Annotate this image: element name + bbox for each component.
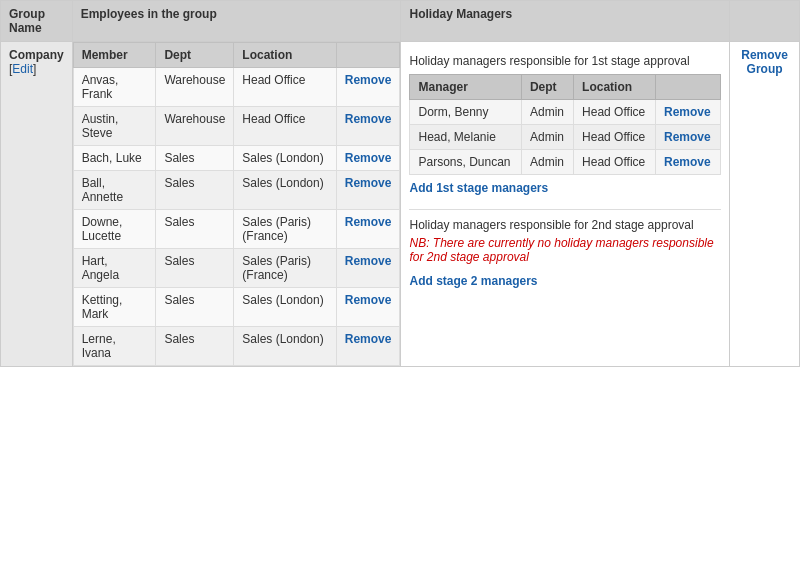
emp-remove[interactable]: Remove: [336, 249, 400, 288]
add-stage1-link[interactable]: Add 1st stage managers: [409, 181, 548, 195]
emp-dept: Warehouse: [156, 107, 234, 146]
mgr-manager: Parsons, Duncan: [410, 150, 521, 175]
edit-link[interactable]: Edit: [12, 62, 33, 76]
table-row: Downe, Lucette Sales Sales (Paris) (Fran…: [73, 210, 400, 249]
company-name: Company: [9, 48, 64, 62]
mgr-col-location: Location: [574, 75, 656, 100]
emp-member: Lerne, Ivana: [73, 327, 156, 366]
table-row: Hart, Angela Sales Sales (Paris) (France…: [73, 249, 400, 288]
emp-col-location: Location: [234, 43, 336, 68]
mgr-col-manager: Manager: [410, 75, 521, 100]
mgr-location: Head Office: [574, 150, 656, 175]
group-name-cell: Company [Edit]: [1, 42, 73, 367]
emp-remove[interactable]: Remove: [336, 146, 400, 171]
stage1-title: Holiday managers responsible for 1st sta…: [409, 54, 721, 68]
emp-location: Sales (Paris) (France): [234, 249, 336, 288]
mgr-manager: Head, Melanie: [410, 125, 521, 150]
table-row: Parsons, Duncan Admin Head Office Remove: [410, 150, 721, 175]
emp-location: Sales (London): [234, 288, 336, 327]
emp-location: Sales (London): [234, 327, 336, 366]
table-row: Head, Melanie Admin Head Office Remove: [410, 125, 721, 150]
remove-group-header: [730, 1, 800, 42]
emp-member: Ketting, Mark: [73, 288, 156, 327]
emp-col-action: [336, 43, 400, 68]
emp-location: Sales (London): [234, 146, 336, 171]
table-row: Austin, Steve Warehouse Head Office Remo…: [73, 107, 400, 146]
emp-remove[interactable]: Remove: [336, 327, 400, 366]
mgr-location: Head Office: [574, 100, 656, 125]
emp-member: Downe, Lucette: [73, 210, 156, 249]
employees-cell: Member Dept Location Anvas, Frank Wareho…: [72, 42, 401, 367]
group-name-header: Group Name: [1, 1, 73, 42]
table-row: Ketting, Mark Sales Sales (London) Remov…: [73, 288, 400, 327]
mgr-location: Head Office: [574, 125, 656, 150]
mgr-dept: Admin: [521, 125, 573, 150]
remove-group-cell: Remove Group: [730, 42, 800, 367]
mgr-dept: Admin: [521, 150, 573, 175]
emp-location: Sales (London): [234, 171, 336, 210]
stage2-title: Holiday managers responsible for 2nd sta…: [409, 218, 721, 232]
mgr-remove[interactable]: Remove: [656, 100, 721, 125]
add-stage2-link[interactable]: Add stage 2 managers: [409, 274, 537, 288]
table-row: Dorm, Benny Admin Head Office Remove: [410, 100, 721, 125]
emp-remove[interactable]: Remove: [336, 210, 400, 249]
table-row: Lerne, Ivana Sales Sales (London) Remove: [73, 327, 400, 366]
emp-dept: Sales: [156, 249, 234, 288]
emp-col-dept: Dept: [156, 43, 234, 68]
table-row: Bach, Luke Sales Sales (London) Remove: [73, 146, 400, 171]
table-row: Ball, Annette Sales Sales (London) Remov…: [73, 171, 400, 210]
mgr-col-action: [656, 75, 721, 100]
mgr-dept: Admin: [521, 100, 573, 125]
emp-remove[interactable]: Remove: [336, 107, 400, 146]
emp-dept: Warehouse: [156, 68, 234, 107]
emp-col-member: Member: [73, 43, 156, 68]
emp-remove[interactable]: Remove: [336, 288, 400, 327]
holiday-managers-cell: Holiday managers responsible for 1st sta…: [401, 42, 730, 367]
stage2-nb: NB: There are currently no holiday manag…: [409, 236, 721, 264]
emp-member: Austin, Steve: [73, 107, 156, 146]
emp-member: Hart, Angela: [73, 249, 156, 288]
emp-dept: Sales: [156, 288, 234, 327]
table-row: Anvas, Frank Warehouse Head Office Remov…: [73, 68, 400, 107]
holiday-managers-header: Holiday Managers: [401, 1, 730, 42]
stage1-section: Holiday managers responsible for 1st sta…: [409, 48, 721, 201]
emp-member: Anvas, Frank: [73, 68, 156, 107]
stage2-section: Holiday managers responsible for 2nd sta…: [409, 209, 721, 294]
emp-dept: Sales: [156, 210, 234, 249]
mgr-remove[interactable]: Remove: [656, 150, 721, 175]
emp-remove[interactable]: Remove: [336, 171, 400, 210]
mgr-remove[interactable]: Remove: [656, 125, 721, 150]
emp-dept: Sales: [156, 327, 234, 366]
employees-table: Member Dept Location Anvas, Frank Wareho…: [73, 42, 401, 366]
emp-location: Head Office: [234, 107, 336, 146]
emp-dept: Sales: [156, 146, 234, 171]
mgr-manager: Dorm, Benny: [410, 100, 521, 125]
emp-remove[interactable]: Remove: [336, 68, 400, 107]
stage1-managers-table: Manager Dept Location Dorm, Benny Admin …: [409, 74, 721, 175]
emp-member: Ball, Annette: [73, 171, 156, 210]
emp-location: Sales (Paris) (France): [234, 210, 336, 249]
emp-dept: Sales: [156, 171, 234, 210]
remove-group-link[interactable]: Remove Group: [741, 48, 788, 76]
employees-header: Employees in the group: [72, 1, 401, 42]
emp-location: Head Office: [234, 68, 336, 107]
emp-member: Bach, Luke: [73, 146, 156, 171]
mgr-col-dept: Dept: [521, 75, 573, 100]
